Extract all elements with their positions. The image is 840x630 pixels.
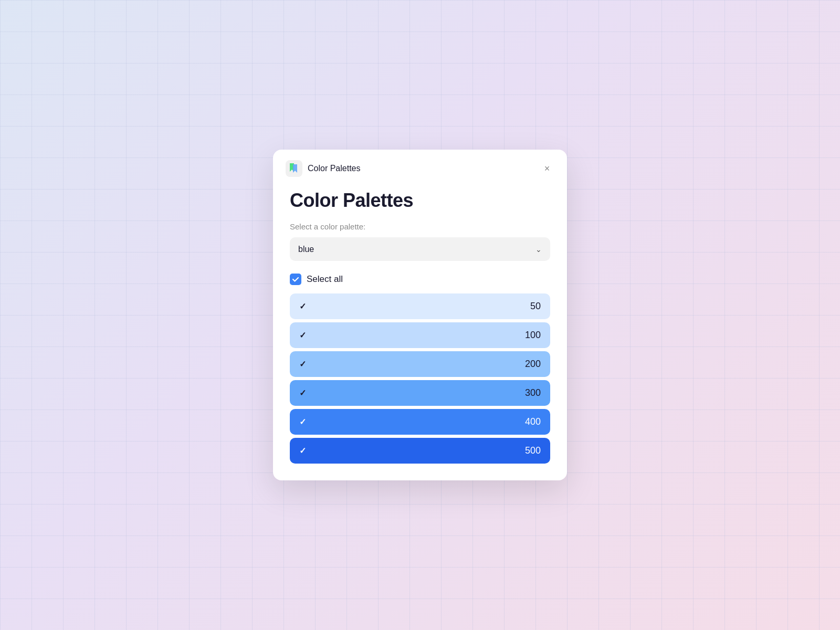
palette-dropdown[interactable]: blue red green purple orange [290, 237, 550, 261]
checkmark-icon [292, 276, 299, 283]
color-item-check-500: ✓ [299, 446, 306, 456]
color-item-value-100: 100 [525, 330, 541, 341]
close-icon: × [544, 163, 550, 174]
color-item-400[interactable]: ✓ 400 [290, 409, 550, 435]
color-item-value-300: 300 [525, 387, 541, 398]
color-palettes-dialog: Color Palettes × Color Palettes Select a… [273, 150, 567, 480]
close-button[interactable]: × [540, 161, 554, 176]
color-item-300[interactable]: ✓ 300 [290, 380, 550, 406]
color-item-list: ✓ 50 ✓ 100 ✓ 200 ✓ 300 ✓ 400 ✓ 500 [290, 293, 550, 464]
palette-dropdown-wrapper: blue red green purple orange ⌄ [290, 237, 550, 261]
page-title: Color Palettes [290, 190, 550, 212]
select-all-checkbox[interactable] [290, 274, 301, 285]
color-item-50[interactable]: ✓ 50 [290, 293, 550, 319]
color-item-check-300: ✓ [299, 388, 306, 398]
color-item-200[interactable]: ✓ 200 [290, 351, 550, 377]
color-item-check-100: ✓ [299, 330, 306, 340]
color-item-value-200: 200 [525, 359, 541, 370]
app-icon [286, 160, 302, 177]
dialog-body: Color Palettes Select a color palette: b… [273, 185, 567, 480]
select-all-row[interactable]: Select all [290, 274, 550, 285]
color-item-check-400: ✓ [299, 417, 306, 427]
color-item-check-50: ✓ [299, 301, 306, 311]
color-item-check-200: ✓ [299, 359, 306, 369]
select-all-label: Select all [307, 274, 343, 285]
dialog-titlebar: Color Palettes × [273, 150, 567, 185]
color-item-value-400: 400 [525, 416, 541, 427]
color-item-500[interactable]: ✓ 500 [290, 438, 550, 464]
color-item-100[interactable]: ✓ 100 [290, 322, 550, 348]
color-item-value-50: 50 [530, 301, 541, 312]
section-label: Select a color palette: [290, 222, 550, 231]
dialog-title: Color Palettes [308, 164, 540, 173]
color-item-value-500: 500 [525, 445, 541, 456]
